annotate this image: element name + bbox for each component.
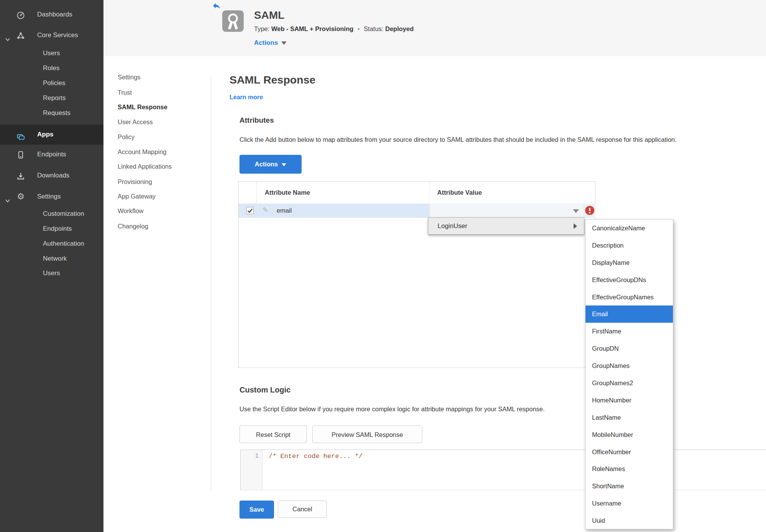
row-status-strip <box>584 204 595 218</box>
menu-item-description[interactable]: Description <box>586 237 673 254</box>
attributes-heading: Attributes <box>239 116 274 125</box>
menu-item-displayname[interactable]: DisplayName <box>586 254 673 271</box>
tab-changelog[interactable]: Changelog <box>118 223 202 232</box>
cancel-button[interactable]: Cancel <box>278 501 327 518</box>
sidebar-item-label: Requests <box>43 105 71 121</box>
saml-app-icon <box>222 10 244 32</box>
sidebar-item-customization[interactable]: Customization <box>0 206 103 222</box>
line-number: 1 <box>255 453 259 460</box>
menu-item-groupnames2[interactable]: GroupNames2 <box>586 374 673 392</box>
tab-settings[interactable]: Settings <box>118 74 202 83</box>
sidebar-item-label: Users <box>43 46 60 61</box>
dropdown-caret-icon[interactable] <box>573 209 579 213</box>
column-header-attribute-name: Attribute Name <box>265 182 310 204</box>
menu-item-email[interactable]: Email <box>586 305 673 323</box>
sidebar-item-settings[interactable]: ⚙ Settings <box>0 189 103 204</box>
sidebar-item-settings-users[interactable]: Users <box>0 266 103 281</box>
menu-item-uuid[interactable]: Uuid <box>586 512 673 529</box>
mobile-device-icon <box>16 150 25 159</box>
sidebar-item-label: Endpoints <box>43 221 72 236</box>
sidebar-item-reports[interactable]: Reports <box>0 90 103 106</box>
tab-policy[interactable]: Policy <box>118 133 202 143</box>
reset-script-button[interactable]: Reset Script <box>239 425 307 443</box>
tab-provisioning[interactable]: Provisioning <box>118 178 202 187</box>
sidebar-item-apps[interactable]: Apps <box>0 125 103 144</box>
tab-workflow[interactable]: Workflow <box>118 207 202 217</box>
attribute-value-submenu: CanonicalizeName Description DisplayName… <box>585 219 673 529</box>
menu-item-canonicalizename[interactable]: CanonicalizeName <box>586 220 673 237</box>
menu-item-officenumber[interactable]: OfficeNumber <box>586 443 673 461</box>
chevron-down-icon[interactable] <box>5 33 11 38</box>
header-actions-label: Actions <box>254 39 278 46</box>
script-editor[interactable]: 1 /* Enter code here... */ <box>240 450 766 490</box>
caret-down-icon <box>281 41 287 45</box>
actions-button-label: Actions <box>255 161 278 167</box>
tab-account-mapping[interactable]: Account Mapping <box>118 148 202 158</box>
tab-linked-applications[interactable]: Linked Applications <box>118 163 202 172</box>
sidebar-item-label: Endpoints <box>37 147 66 162</box>
submenu-arrow-icon <box>574 223 577 229</box>
menu-item-firstname[interactable]: FirstName <box>586 323 673 340</box>
table-row[interactable]: ✎ email <box>239 204 595 218</box>
dropdown-trigger-label: LoginUser <box>438 218 467 234</box>
page-title: SAML <box>254 9 284 21</box>
learn-more-link[interactable]: Learn more <box>230 94 263 101</box>
sidebar-item-label: Downloads <box>37 168 69 183</box>
save-button[interactable]: Save <box>239 501 274 519</box>
menu-item-groupnames[interactable]: GroupNames <box>586 357 673 374</box>
chevron-down-icon[interactable] <box>5 194 11 199</box>
row-checkbox[interactable] <box>246 207 254 214</box>
menu-item-mobilenumber[interactable]: MobileNumber <box>586 426 673 443</box>
sidebar-item-policies[interactable]: Policies <box>0 76 103 91</box>
tab-trust[interactable]: Trust <box>118 89 202 98</box>
error-icon <box>585 206 594 215</box>
sidebar-item-core-services[interactable]: Core Services <box>0 28 103 43</box>
tab-saml-response[interactable]: SAML Response <box>118 103 202 113</box>
preview-saml-response-button[interactable]: Preview SAML Response <box>312 425 422 443</box>
attribute-value-cell[interactable] <box>430 204 584 218</box>
menu-item-effectivegroupdns[interactable]: EffectiveGroupDNs <box>586 271 673 289</box>
sidebar-item-roles[interactable]: Roles <box>0 61 103 76</box>
attributes-actions-button[interactable]: Actions <box>239 155 302 174</box>
menu-item-groupdn[interactable]: GroupDN <box>586 340 673 357</box>
app-window: Dashboards Core Services Users Roles Pol… <box>0 0 766 532</box>
sidebar-item-label: Apps <box>37 125 54 144</box>
tab-user-access[interactable]: User Access <box>118 118 202 128</box>
attribute-value-dropdown-trigger[interactable]: LoginUser <box>428 217 584 235</box>
menu-item-rolenames[interactable]: RoleNames <box>586 460 673 478</box>
separator-dot: • <box>355 25 362 32</box>
tab-app-gateway[interactable]: App Gateway <box>118 193 202 202</box>
menu-item-effectivegroupnames[interactable]: EffectiveGroupNames <box>586 289 673 306</box>
apps-icon <box>16 130 25 139</box>
sidebar-item-label: Customization <box>43 206 84 222</box>
menu-item-shortname[interactable]: ShortName <box>586 478 673 495</box>
attribute-name-cell[interactable]: email <box>277 204 292 218</box>
type-label: Type: <box>254 25 269 32</box>
menu-item-username[interactable]: Username <box>586 495 673 512</box>
download-icon <box>16 171 25 180</box>
edit-pencil-icon[interactable]: ✎ <box>262 206 268 214</box>
app-header: SAML Type: Web - SAML + Provisioning • S… <box>103 0 766 56</box>
sidebar-item-users[interactable]: Users <box>0 46 103 61</box>
menu-item-lastname[interactable]: LastName <box>586 409 673 426</box>
sidebar-item-label: Roles <box>43 61 59 76</box>
back-arrow-icon[interactable] <box>212 1 221 10</box>
header-actions-menu[interactable]: Actions <box>254 39 287 47</box>
cluster-icon <box>16 31 25 40</box>
sidebar-item-label: Reports <box>43 90 66 106</box>
sidebar-item-network[interactable]: Network <box>0 251 103 266</box>
sidebar-item-label: Network <box>43 251 67 266</box>
sidebar-item-endpoints[interactable]: Endpoints <box>0 147 103 162</box>
column-header-attribute-value: Attribute Value <box>437 182 482 204</box>
attributes-table: Attribute Name Attribute Value ✎ email <box>238 181 595 368</box>
status-badge: Deployed <box>385 25 413 32</box>
sidebar-item-requests[interactable]: Requests <box>0 105 103 121</box>
sidebar-item-authentication[interactable]: Authentication <box>0 236 103 251</box>
menu-item-homenumber[interactable]: HomeNumber <box>586 392 673 409</box>
sidebar-item-dashboards[interactable]: Dashboards <box>0 7 103 22</box>
sidebar-item-settings-endpoints[interactable]: Endpoints <box>0 221 103 236</box>
sidebar-item-downloads[interactable]: Downloads <box>0 168 103 183</box>
sidebar-item-label: Users <box>43 266 60 281</box>
code-line[interactable]: /* Enter code here... */ <box>269 453 362 460</box>
attributes-description: Click the Add button below to map attrib… <box>239 136 677 143</box>
